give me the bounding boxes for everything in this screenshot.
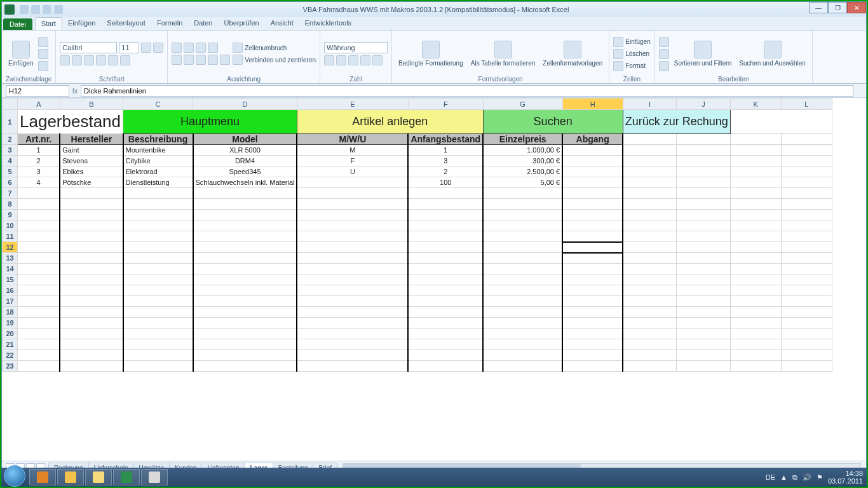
col-header-D[interactable]: D bbox=[193, 98, 297, 110]
cell[interactable] bbox=[781, 264, 832, 274]
cell[interactable] bbox=[730, 339, 781, 350]
cell[interactable] bbox=[483, 350, 562, 361]
cell[interactable] bbox=[730, 285, 781, 296]
cell[interactable]: XLR 5000 bbox=[193, 145, 297, 156]
format-table-button[interactable]: Als Tabelle formatieren bbox=[468, 39, 538, 68]
cell[interactable] bbox=[408, 296, 483, 307]
cell[interactable] bbox=[677, 318, 731, 329]
italic-icon[interactable] bbox=[72, 55, 82, 65]
ribbon-tab-start[interactable]: Start bbox=[35, 17, 62, 30]
cell[interactable] bbox=[123, 318, 193, 329]
cell[interactable] bbox=[623, 296, 677, 307]
cell[interactable] bbox=[18, 220, 60, 231]
tray-volume-icon[interactable]: 🔊 bbox=[803, 473, 811, 482]
cell[interactable] bbox=[781, 242, 832, 253]
cell[interactable] bbox=[297, 361, 408, 372]
cell[interactable]: 1.000,00 € bbox=[483, 145, 562, 156]
cell[interactable] bbox=[781, 318, 832, 329]
cell[interactable] bbox=[18, 199, 60, 210]
cell[interactable] bbox=[623, 274, 677, 285]
cell[interactable]: 300,00 € bbox=[483, 156, 562, 166]
cell[interactable] bbox=[408, 285, 483, 296]
cell[interactable] bbox=[408, 210, 483, 220]
row-header[interactable]: 16 bbox=[3, 285, 18, 296]
cell[interactable] bbox=[562, 145, 623, 156]
cell[interactable] bbox=[123, 361, 193, 372]
fill-color-icon[interactable] bbox=[108, 55, 118, 65]
cell[interactable] bbox=[18, 210, 60, 220]
qat-save-icon[interactable] bbox=[20, 5, 29, 14]
cell[interactable] bbox=[730, 264, 781, 274]
cell[interactable] bbox=[623, 253, 677, 264]
ribbon-tab-ansicht[interactable]: Ansicht bbox=[265, 17, 299, 30]
dec-dec-icon[interactable] bbox=[372, 55, 383, 65]
cell[interactable] bbox=[60, 307, 123, 318]
cell[interactable] bbox=[483, 188, 562, 199]
tray-action-icon[interactable]: ⚑ bbox=[817, 473, 823, 482]
cell[interactable] bbox=[677, 199, 731, 210]
cell[interactable] bbox=[60, 242, 123, 253]
row-header[interactable]: 11 bbox=[3, 231, 18, 242]
cell[interactable] bbox=[408, 329, 483, 339]
cell[interactable] bbox=[193, 264, 297, 274]
sort-filter-button[interactable]: Sortieren und Filtern bbox=[672, 39, 735, 68]
cell[interactable] bbox=[123, 296, 193, 307]
cell[interactable] bbox=[677, 231, 731, 242]
cell[interactable] bbox=[123, 274, 193, 285]
cell[interactable] bbox=[781, 350, 832, 361]
align-bot-icon[interactable] bbox=[196, 43, 206, 53]
row-header[interactable]: 9 bbox=[3, 210, 18, 220]
name-box[interactable]: H12 bbox=[6, 85, 69, 97]
cell[interactable] bbox=[730, 361, 781, 372]
row-header[interactable]: 23 bbox=[3, 361, 18, 372]
cell[interactable] bbox=[193, 210, 297, 220]
cell[interactable] bbox=[408, 361, 483, 372]
cell[interactable] bbox=[193, 253, 297, 264]
cell[interactable] bbox=[483, 220, 562, 231]
cell[interactable] bbox=[562, 296, 623, 307]
cells-delete-icon[interactable] bbox=[613, 49, 623, 59]
cell[interactable] bbox=[483, 210, 562, 220]
cell[interactable] bbox=[60, 264, 123, 274]
cell[interactable] bbox=[60, 296, 123, 307]
cell[interactable] bbox=[408, 307, 483, 318]
autosum-icon[interactable] bbox=[659, 37, 669, 47]
cell[interactable] bbox=[18, 350, 60, 361]
cell[interactable]: Ebikes bbox=[60, 166, 123, 177]
macro-button-1[interactable]: Artikel anlegen bbox=[297, 110, 483, 134]
row-header[interactable]: 20 bbox=[3, 329, 18, 339]
cell[interactable] bbox=[408, 318, 483, 329]
cell[interactable] bbox=[123, 339, 193, 350]
cell[interactable] bbox=[483, 296, 562, 307]
cell[interactable] bbox=[677, 285, 731, 296]
cut-icon[interactable] bbox=[38, 37, 48, 47]
cell[interactable] bbox=[730, 188, 781, 199]
cell[interactable] bbox=[781, 361, 832, 372]
row-header[interactable]: 6 bbox=[3, 177, 18, 188]
cell[interactable] bbox=[408, 339, 483, 350]
cell[interactable] bbox=[123, 264, 193, 274]
cell[interactable] bbox=[781, 339, 832, 350]
cell[interactable] bbox=[562, 264, 623, 274]
cell[interactable] bbox=[193, 285, 297, 296]
cond-format-button[interactable]: Bedingte Formatierung bbox=[396, 39, 466, 68]
cell[interactable] bbox=[60, 339, 123, 350]
ribbon-tab-seitenlayout[interactable]: Seitenlayout bbox=[101, 17, 151, 30]
cell[interactable] bbox=[60, 329, 123, 339]
cell[interactable] bbox=[123, 307, 193, 318]
cell[interactable] bbox=[123, 350, 193, 361]
col-header-B[interactable]: B bbox=[60, 98, 123, 110]
cell[interactable] bbox=[562, 220, 623, 231]
cell[interactable] bbox=[123, 329, 193, 339]
cell[interactable] bbox=[781, 307, 832, 318]
cell[interactable] bbox=[562, 242, 623, 253]
dec-inc-icon[interactable] bbox=[360, 55, 370, 65]
cell[interactable] bbox=[623, 199, 677, 210]
cell[interactable] bbox=[730, 253, 781, 264]
cell[interactable] bbox=[408, 274, 483, 285]
row-header[interactable]: 13 bbox=[3, 253, 18, 264]
indent-inc-icon[interactable] bbox=[220, 55, 230, 65]
cell[interactable] bbox=[60, 253, 123, 264]
row-header[interactable]: 14 bbox=[3, 264, 18, 274]
cell[interactable] bbox=[408, 199, 483, 210]
